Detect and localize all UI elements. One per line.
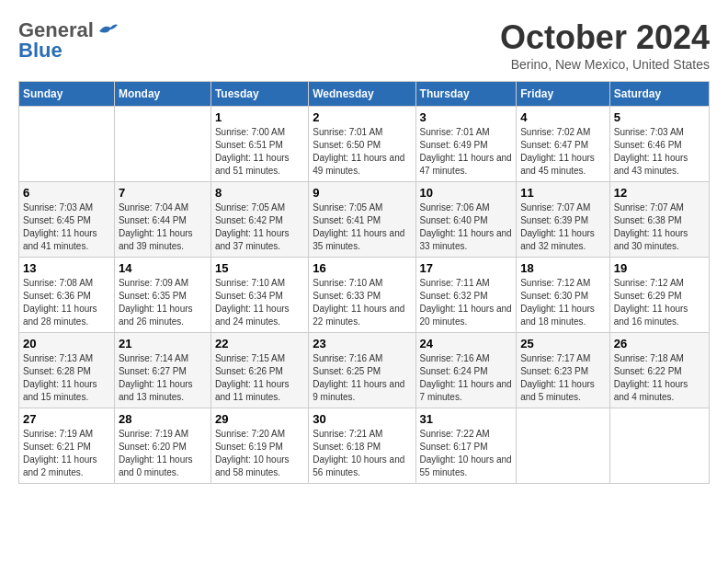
day-info: Sunrise: 7:00 AM Sunset: 6:51 PM Dayligh… xyxy=(215,126,304,178)
calendar-cell: 18Sunrise: 7:12 AM Sunset: 6:30 PM Dayli… xyxy=(517,258,610,333)
calendar-cell: 8Sunrise: 7:05 AM Sunset: 6:42 PM Daylig… xyxy=(210,182,308,258)
day-info: Sunrise: 7:10 AM Sunset: 6:33 PM Dayligh… xyxy=(313,277,411,328)
day-number: 15 xyxy=(215,261,304,275)
calendar-cell: 16Sunrise: 7:10 AM Sunset: 6:33 PM Dayli… xyxy=(309,258,415,333)
logo-blue: Blue xyxy=(18,39,63,63)
calendar-cell: 25Sunrise: 7:17 AM Sunset: 6:23 PM Dayli… xyxy=(517,333,610,408)
day-number: 10 xyxy=(420,186,513,200)
day-number: 11 xyxy=(520,186,606,200)
day-info: Sunrise: 7:10 AM Sunset: 6:34 PM Dayligh… xyxy=(215,277,304,328)
day-number: 3 xyxy=(420,110,513,124)
day-number: 7 xyxy=(119,186,207,200)
day-info: Sunrise: 7:22 AM Sunset: 6:17 PM Dayligh… xyxy=(420,428,513,479)
calendar-cell: 3Sunrise: 7:01 AM Sunset: 6:49 PM Daylig… xyxy=(415,107,517,182)
calendar-table: SundayMondayTuesdayWednesdayThursdayFrid… xyxy=(18,81,710,484)
day-info: Sunrise: 7:16 AM Sunset: 6:24 PM Dayligh… xyxy=(420,352,513,404)
day-number: 20 xyxy=(23,337,110,350)
calendar-cell: 19Sunrise: 7:12 AM Sunset: 6:29 PM Dayli… xyxy=(609,258,709,333)
day-info: Sunrise: 7:11 AM Sunset: 6:32 PM Dayligh… xyxy=(420,277,513,328)
calendar-cell: 5Sunrise: 7:03 AM Sunset: 6:46 PM Daylig… xyxy=(609,107,709,182)
calendar-cell xyxy=(19,107,115,182)
day-number: 25 xyxy=(520,337,606,350)
calendar-cell: 2Sunrise: 7:01 AM Sunset: 6:50 PM Daylig… xyxy=(309,107,415,182)
day-info: Sunrise: 7:18 AM Sunset: 6:22 PM Dayligh… xyxy=(614,352,705,404)
calendar-cell: 4Sunrise: 7:02 AM Sunset: 6:47 PM Daylig… xyxy=(517,107,610,182)
weekday-header-monday: Monday xyxy=(114,82,210,107)
day-info: Sunrise: 7:13 AM Sunset: 6:28 PM Dayligh… xyxy=(23,352,110,404)
day-info: Sunrise: 7:21 AM Sunset: 6:18 PM Dayligh… xyxy=(313,428,411,479)
calendar-cell: 24Sunrise: 7:16 AM Sunset: 6:24 PM Dayli… xyxy=(415,333,517,408)
day-info: Sunrise: 7:01 AM Sunset: 6:49 PM Dayligh… xyxy=(420,126,513,178)
day-info: Sunrise: 7:16 AM Sunset: 6:25 PM Dayligh… xyxy=(313,352,411,404)
calendar-cell: 17Sunrise: 7:11 AM Sunset: 6:32 PM Dayli… xyxy=(415,258,517,333)
logo-bird-icon xyxy=(97,22,118,39)
day-number: 16 xyxy=(313,261,411,275)
calendar-week-row: 1Sunrise: 7:00 AM Sunset: 6:51 PM Daylig… xyxy=(19,107,710,182)
day-info: Sunrise: 7:15 AM Sunset: 6:26 PM Dayligh… xyxy=(215,352,304,404)
day-number: 8 xyxy=(215,186,304,200)
day-info: Sunrise: 7:05 AM Sunset: 6:41 PM Dayligh… xyxy=(313,201,411,253)
day-info: Sunrise: 7:19 AM Sunset: 6:21 PM Dayligh… xyxy=(23,428,110,479)
location: Berino, New Mexico, United States xyxy=(500,57,710,72)
calendar-week-row: 20Sunrise: 7:13 AM Sunset: 6:28 PM Dayli… xyxy=(19,333,710,408)
day-number: 14 xyxy=(119,261,207,275)
calendar-cell xyxy=(517,408,610,484)
calendar-cell: 30Sunrise: 7:21 AM Sunset: 6:18 PM Dayli… xyxy=(309,408,415,484)
calendar-body: 1Sunrise: 7:00 AM Sunset: 6:51 PM Daylig… xyxy=(19,107,710,484)
day-info: Sunrise: 7:14 AM Sunset: 6:27 PM Dayligh… xyxy=(119,352,207,404)
day-number: 31 xyxy=(420,412,513,426)
calendar-cell: 21Sunrise: 7:14 AM Sunset: 6:27 PM Dayli… xyxy=(114,333,210,408)
calendar-week-row: 27Sunrise: 7:19 AM Sunset: 6:21 PM Dayli… xyxy=(19,408,710,484)
day-number: 19 xyxy=(614,261,705,275)
day-number: 4 xyxy=(520,110,606,124)
day-number: 12 xyxy=(614,186,705,200)
calendar-cell: 10Sunrise: 7:06 AM Sunset: 6:40 PM Dayli… xyxy=(415,182,517,258)
day-info: Sunrise: 7:12 AM Sunset: 6:29 PM Dayligh… xyxy=(614,277,705,328)
calendar-cell: 31Sunrise: 7:22 AM Sunset: 6:17 PM Dayli… xyxy=(415,408,517,484)
calendar-cell: 15Sunrise: 7:10 AM Sunset: 6:34 PM Dayli… xyxy=(210,258,308,333)
calendar-cell: 14Sunrise: 7:09 AM Sunset: 6:35 PM Dayli… xyxy=(114,258,210,333)
day-number: 26 xyxy=(614,337,705,350)
day-number: 2 xyxy=(313,110,411,124)
calendar-week-row: 6Sunrise: 7:03 AM Sunset: 6:45 PM Daylig… xyxy=(19,182,710,258)
calendar-cell: 6Sunrise: 7:03 AM Sunset: 6:45 PM Daylig… xyxy=(19,182,115,258)
calendar-cell xyxy=(114,107,210,182)
day-number: 28 xyxy=(119,412,207,426)
page-header: General Blue October 2024 Berino, New Me… xyxy=(18,18,710,72)
calendar-cell: 26Sunrise: 7:18 AM Sunset: 6:22 PM Dayli… xyxy=(609,333,709,408)
day-number: 27 xyxy=(23,412,110,426)
calendar-cell: 1Sunrise: 7:00 AM Sunset: 6:51 PM Daylig… xyxy=(210,107,308,182)
weekday-header-thursday: Thursday xyxy=(415,82,517,107)
weekday-header-wednesday: Wednesday xyxy=(309,82,415,107)
calendar-cell: 29Sunrise: 7:20 AM Sunset: 6:19 PM Dayli… xyxy=(210,408,308,484)
weekday-header-saturday: Saturday xyxy=(609,82,709,107)
day-info: Sunrise: 7:07 AM Sunset: 6:38 PM Dayligh… xyxy=(614,201,705,253)
day-number: 21 xyxy=(119,337,207,350)
calendar-cell: 27Sunrise: 7:19 AM Sunset: 6:21 PM Dayli… xyxy=(19,408,115,484)
month-title: October 2024 xyxy=(500,18,710,57)
calendar-cell xyxy=(609,408,709,484)
weekday-header-friday: Friday xyxy=(517,82,610,107)
day-info: Sunrise: 7:03 AM Sunset: 6:45 PM Dayligh… xyxy=(23,201,110,253)
weekday-header-tuesday: Tuesday xyxy=(210,82,308,107)
day-info: Sunrise: 7:07 AM Sunset: 6:39 PM Dayligh… xyxy=(520,201,606,253)
day-info: Sunrise: 7:06 AM Sunset: 6:40 PM Dayligh… xyxy=(420,201,513,253)
calendar-header-row: SundayMondayTuesdayWednesdayThursdayFrid… xyxy=(19,82,710,107)
day-number: 5 xyxy=(614,110,705,124)
day-info: Sunrise: 7:19 AM Sunset: 6:20 PM Dayligh… xyxy=(119,428,207,479)
day-info: Sunrise: 7:05 AM Sunset: 6:42 PM Dayligh… xyxy=(215,201,304,253)
calendar-cell: 20Sunrise: 7:13 AM Sunset: 6:28 PM Dayli… xyxy=(19,333,115,408)
logo: General Blue xyxy=(18,18,118,63)
day-number: 1 xyxy=(215,110,304,124)
day-number: 13 xyxy=(23,261,110,275)
day-info: Sunrise: 7:03 AM Sunset: 6:46 PM Dayligh… xyxy=(614,126,705,178)
day-number: 6 xyxy=(23,186,110,200)
day-number: 22 xyxy=(215,337,304,350)
title-area: October 2024 Berino, New Mexico, United … xyxy=(500,18,710,72)
calendar-cell: 22Sunrise: 7:15 AM Sunset: 6:26 PM Dayli… xyxy=(210,333,308,408)
calendar-cell: 13Sunrise: 7:08 AM Sunset: 6:36 PM Dayli… xyxy=(19,258,115,333)
weekday-header-sunday: Sunday xyxy=(19,82,115,107)
calendar-cell: 23Sunrise: 7:16 AM Sunset: 6:25 PM Dayli… xyxy=(309,333,415,408)
day-number: 24 xyxy=(420,337,513,350)
day-info: Sunrise: 7:04 AM Sunset: 6:44 PM Dayligh… xyxy=(119,201,207,253)
